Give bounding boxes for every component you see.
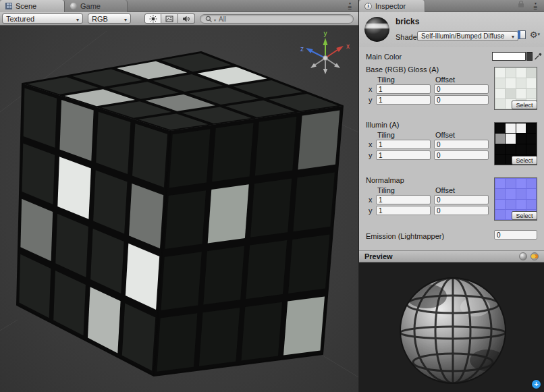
tab-inspector-label: Inspector — [375, 2, 406, 10]
illumin-tiling-y-field[interactable] — [376, 150, 431, 160]
preview-zoom-button[interactable]: + — [532, 380, 541, 389]
offset-header: Offset — [435, 131, 455, 139]
chevron-down-icon — [121, 15, 127, 23]
normalmap-texture-select-button[interactable]: Select — [512, 211, 537, 220]
material-header: bricks Shader Self-Illumin/Bumped Diffus… — [359, 12, 544, 48]
preview-lighting-button[interactable] — [531, 252, 539, 260]
normalmap-tiling-y-field[interactable] — [376, 206, 431, 215]
x-axis-label: x — [369, 85, 373, 93]
main-color-secondary-swatch[interactable] — [526, 52, 533, 61]
audio-toggle-button[interactable] — [178, 13, 195, 24]
base-texture-select-button[interactable]: Select — [512, 101, 537, 109]
illumin-tiling-x-field[interactable] — [376, 140, 431, 149]
scene-viewport[interactable]: y x z — [0, 26, 358, 392]
tab-game-label: Game — [80, 2, 101, 10]
offset-header: Offset — [435, 76, 455, 84]
material-sphere-icon — [364, 17, 389, 42]
draw-mode-value: Textured — [6, 15, 34, 23]
search-input[interactable] — [217, 15, 348, 24]
color-mode-dropdown[interactable]: RGB — [88, 13, 131, 24]
scene-search-field[interactable] — [200, 14, 354, 24]
shader-label: Shader — [396, 33, 419, 41]
tiling-header: Tiling — [377, 131, 395, 139]
material-properties: Main Color Base (RGB) Gloss (A) Tiling O… — [359, 47, 544, 250]
speaker-icon — [182, 15, 190, 23]
tab-inspector[interactable]: Inspector — [359, 0, 425, 12]
search-icon — [205, 16, 213, 23]
normalmap-offset-x-field[interactable] — [434, 195, 489, 204]
inspector-pane: Inspector bricks Shader Self-Illumin/Bum… — [358, 0, 544, 392]
emission-label: Emission (Lightmapper) — [366, 232, 444, 240]
eyedropper-icon[interactable] — [534, 52, 543, 61]
preview-area[interactable]: + — [359, 262, 544, 392]
x-axis-label: x — [369, 196, 373, 204]
texture-section-base: Base (RGB) Gloss (A) Tiling Offset x y S… — [359, 65, 544, 114]
color-mode-value: RGB — [92, 15, 108, 23]
scene-tabbar: Scene Game — [0, 0, 358, 12]
emission-field[interactable] — [494, 230, 537, 240]
tab-scene[interactable]: Scene — [0, 0, 65, 12]
base-offset-x-field[interactable] — [434, 84, 489, 94]
base-offset-y-field[interactable] — [434, 95, 489, 105]
main-color-label: Main Color — [366, 53, 402, 61]
normalmap-tiling-x-field[interactable] — [376, 195, 431, 204]
lighting-toggle-button[interactable] — [144, 13, 161, 24]
y-axis-label: y — [369, 151, 373, 159]
inspector-pane-menu-icon[interactable] — [531, 1, 541, 11]
x-axis-label: x — [369, 140, 373, 148]
draw-mode-dropdown[interactable]: Textured — [2, 13, 83, 24]
shader-value: Self-Illumin/Bumped Diffuse — [421, 32, 504, 40]
gizmo-y-label[interactable]: y — [324, 30, 327, 37]
chevron-down-icon — [509, 32, 514, 40]
tab-scene-label: Scene — [16, 2, 36, 10]
scene-pane: Scene Game Textured RGB — [0, 0, 358, 392]
main-color-swatch[interactable] — [492, 52, 526, 61]
y-axis-label: y — [369, 206, 373, 215]
preview-sphere — [359, 262, 544, 392]
tab-game[interactable]: Game — [65, 0, 128, 12]
chevron-down-icon — [74, 15, 79, 23]
tiling-header: Tiling — [377, 76, 395, 84]
sun-icon — [149, 15, 157, 23]
section-label: Base (RGB) Gloss (A) — [366, 65, 439, 74]
shader-dropdown[interactable]: Self-Illumin/Bumped Diffuse — [417, 31, 518, 41]
illumin-texture-select-button[interactable]: Select — [512, 156, 537, 165]
illumin-offset-x-field[interactable] — [434, 140, 489, 149]
image-icon — [165, 15, 173, 23]
info-icon — [364, 3, 372, 10]
offset-header: Offset — [435, 186, 455, 194]
gizmo-x-label[interactable]: x — [346, 43, 350, 50]
texture-section-illumin: Illumin (A) Tiling Offset x y Select — [359, 121, 544, 169]
lock-icon[interactable] — [518, 3, 524, 7]
unity-editor-window: Scene Game Textured RGB — [0, 0, 544, 392]
scene-pane-menu-icon[interactable] — [345, 1, 355, 11]
inspector-tabbar: Inspector — [359, 0, 544, 12]
scene-grid-icon — [5, 3, 12, 9]
base-tiling-y-field[interactable] — [376, 95, 431, 105]
material-name: bricks — [396, 17, 419, 26]
y-axis-label: y — [369, 96, 373, 104]
section-label: Illumin (A) — [366, 121, 400, 129]
normalmap-offset-y-field[interactable] — [434, 206, 489, 215]
gear-icon[interactable] — [530, 30, 540, 40]
game-icon — [70, 3, 77, 9]
texture-section-normalmap: Normalmap Tiling Offset x y Select — [359, 176, 544, 225]
scene-toolbar: Textured RGB — [0, 12, 358, 26]
help-book-icon[interactable] — [518, 30, 526, 39]
section-label: Normalmap — [366, 176, 404, 184]
preview-model-button[interactable] — [519, 252, 527, 260]
base-tiling-x-field[interactable] — [376, 84, 431, 94]
tiling-header: Tiling — [377, 186, 395, 194]
illumin-offset-y-field[interactable] — [434, 150, 489, 160]
gizmo-z-label[interactable]: z — [300, 45, 304, 53]
search-filter-caret-icon[interactable] — [214, 15, 216, 23]
orientation-gizmo[interactable]: y x z — [297, 27, 354, 89]
preview-title: Preview — [364, 252, 393, 260]
skybox-toggle-button[interactable] — [161, 13, 178, 24]
preview-header[interactable]: Preview — [359, 250, 544, 262]
